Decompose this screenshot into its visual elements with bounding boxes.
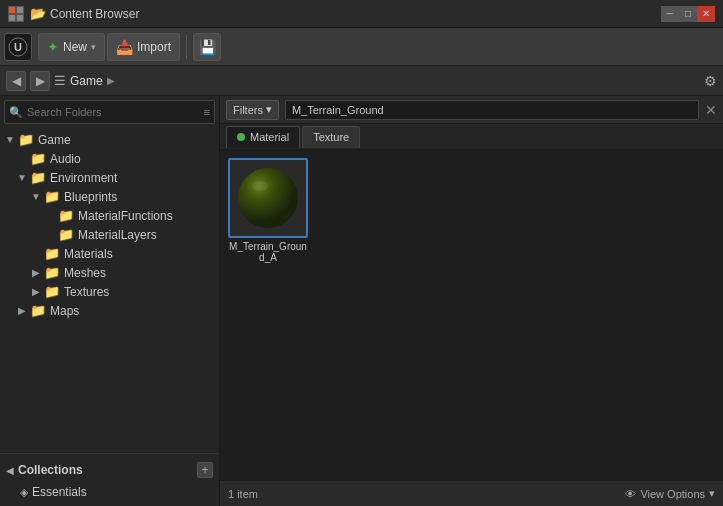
tree-arrow-environment: ▼ (16, 172, 28, 184)
asset-tabs: Material Texture (220, 124, 723, 150)
asset-name-terrain-ground: M_Terrain_Ground_A (228, 241, 308, 263)
statusbar: 1 item 👁 View Options ▾ (220, 480, 723, 506)
folder-icon-meshes: 📁 (44, 265, 60, 280)
tree-label-blueprints: Blueprints (64, 190, 117, 204)
main-panel: Filters ▾ ✕ Material Texture (220, 96, 723, 506)
back-button[interactable]: ◀ (6, 71, 26, 91)
asset-thumbnail-terrain-ground (228, 158, 308, 238)
tree-label-maps: Maps (50, 304, 79, 318)
nav-settings-icon[interactable]: ⚙ (704, 73, 717, 89)
essentials-item[interactable]: ◈ Essentials (0, 482, 219, 502)
tree-arrow-materials (30, 248, 42, 260)
content-area: 🔍 ≡ ▼ 📁 Game 📁 Audio ▼ 📁 Environment (0, 96, 723, 506)
tree-label-meshes: Meshes (64, 266, 106, 280)
folder-icon-audio: 📁 (30, 151, 46, 166)
sidebar: 🔍 ≡ ▼ 📁 Game 📁 Audio ▼ 📁 Environment (0, 96, 220, 506)
maximize-button[interactable]: □ (679, 6, 697, 22)
close-button[interactable]: ✕ (697, 6, 715, 22)
tab-material[interactable]: Material (226, 126, 300, 148)
collections-title: Collections (18, 463, 197, 477)
folder-icon-textures: 📁 (44, 284, 60, 299)
toolbar-separator (186, 35, 187, 59)
item-count: 1 item (228, 488, 258, 500)
forward-button[interactable]: ▶ (30, 71, 50, 91)
tab-texture-label: Texture (313, 131, 349, 143)
svg-point-6 (238, 168, 298, 228)
view-options-label: View Options (640, 488, 705, 500)
svg-point-7 (252, 181, 268, 191)
tree-item-blueprints[interactable]: ▼ 📁 Blueprints (0, 187, 219, 206)
folder-icon-materiallayers: 📁 (58, 227, 74, 242)
asset-grid: M_Terrain_Ground_A (220, 150, 723, 480)
folder-icon-blueprints: 📁 (44, 189, 60, 204)
tree-item-materials[interactable]: 📁 Materials (0, 244, 219, 263)
tree-item-materiallayers[interactable]: 📁 MaterialLayers (0, 225, 219, 244)
tree-item-maps[interactable]: ▶ 📁 Maps (0, 301, 219, 320)
tree-arrow-materiallayers (44, 229, 56, 241)
essentials-icon: ◈ (20, 486, 28, 499)
tree-arrow-audio (16, 153, 28, 165)
asset-item-terrain-ground[interactable]: M_Terrain_Ground_A (228, 158, 308, 263)
tree-label-game: Game (38, 133, 71, 147)
tree-arrow-textures: ▶ (30, 286, 42, 298)
tree-item-materialfunctions[interactable]: 📁 MaterialFunctions (0, 206, 219, 225)
content-browser-folder-icon: 📂 (30, 6, 46, 21)
svg-text:U: U (14, 41, 22, 53)
toolbar: U ✦ New ▾ 📥 Import 💾 (0, 28, 723, 66)
collections-add-button[interactable]: + (197, 462, 213, 478)
view-options-eye-icon: 👁 (625, 488, 636, 500)
svg-rect-3 (17, 15, 23, 21)
breadcrumb-icon: ☰ (54, 73, 66, 88)
tree-arrow-meshes: ▶ (30, 267, 42, 279)
tree-item-textures[interactable]: ▶ 📁 Textures (0, 282, 219, 301)
filters-button[interactable]: Filters ▾ (226, 100, 279, 120)
tree-label-textures: Textures (64, 285, 109, 299)
filters-bar: Filters ▾ ✕ (220, 96, 723, 124)
folder-icon-materialfunctions: 📁 (58, 208, 74, 223)
save-icon: 💾 (199, 39, 216, 55)
view-options-arrow: ▾ (709, 487, 715, 500)
folder-icon-materials: 📁 (44, 246, 60, 261)
view-options-button[interactable]: 👁 View Options ▾ (625, 487, 715, 500)
tab-material-label: Material (250, 131, 289, 143)
tab-texture[interactable]: Texture (302, 126, 360, 148)
tree-arrow-maps: ▶ (16, 305, 28, 317)
folder-icon-environment: 📁 (30, 170, 46, 185)
titlebar-icon (8, 6, 24, 22)
clear-search-button[interactable]: ✕ (705, 102, 717, 118)
collections-header[interactable]: ◀ Collections + (0, 458, 219, 482)
titlebar: 📂 Content Browser ─ □ ✕ (0, 0, 723, 28)
svg-rect-1 (17, 7, 23, 13)
save-button[interactable]: 💾 (193, 33, 221, 61)
tree-label-audio: Audio (50, 152, 81, 166)
breadcrumb-game-label[interactable]: Game (70, 74, 103, 88)
minimize-button[interactable]: ─ (661, 6, 679, 22)
search-bar[interactable]: 🔍 ≡ (4, 100, 215, 124)
tree-item-game[interactable]: ▼ 📁 Game (0, 130, 219, 149)
tree-arrow-game: ▼ (4, 134, 16, 146)
collections-arrow: ◀ (6, 465, 14, 476)
tree-label-materials: Materials (64, 247, 113, 261)
search-icon: 🔍 (9, 106, 23, 119)
tree-item-meshes[interactable]: ▶ 📁 Meshes (0, 263, 219, 282)
folder-icon-game: 📁 (18, 132, 34, 147)
search-input[interactable] (27, 106, 204, 118)
svg-rect-2 (9, 15, 15, 21)
filter-search-input[interactable] (285, 100, 699, 120)
search-filter-icon[interactable]: ≡ (204, 106, 210, 118)
folder-tree: ▼ 📁 Game 📁 Audio ▼ 📁 Environment ▼ 📁 Blu… (0, 128, 219, 453)
tree-arrow-materialfunctions (44, 210, 56, 222)
tree-item-audio[interactable]: 📁 Audio (0, 149, 219, 168)
folder-icon-maps: 📁 (30, 303, 46, 318)
tree-item-environment[interactable]: ▼ 📁 Environment (0, 168, 219, 187)
navbbar: ◀ ▶ ☰ Game ▶ ⚙ (0, 66, 723, 96)
material-tab-dot (237, 133, 245, 141)
svg-rect-0 (9, 7, 15, 13)
new-icon: ✦ (47, 39, 59, 55)
new-button[interactable]: ✦ New ▾ (38, 33, 105, 61)
new-label: New (63, 40, 87, 54)
import-button[interactable]: 📥 Import (107, 33, 180, 61)
breadcrumb: ☰ Game ▶ (54, 73, 700, 88)
filters-label: Filters (233, 104, 263, 116)
collections-section: ◀ Collections + ◈ Essentials (0, 453, 219, 506)
